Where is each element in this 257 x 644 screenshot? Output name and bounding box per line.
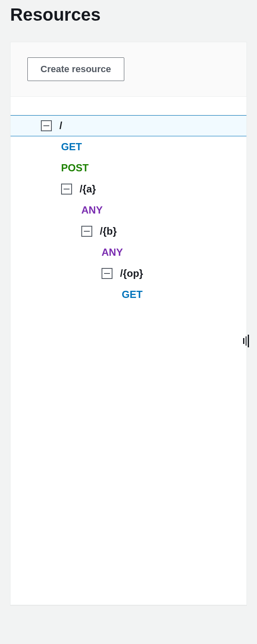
tree-method-post-root[interactable]: POST (11, 157, 246, 179)
tree-method-any-a[interactable]: ANY (11, 200, 246, 221)
resource-path-label: /{b} (100, 221, 117, 242)
tree-method-any-b[interactable]: ANY (11, 242, 246, 263)
resource-tree: / GET POST /{a} ANY /{b} (11, 115, 246, 605)
collapse-icon[interactable] (41, 120, 52, 131)
resize-handle-icon[interactable] (243, 335, 249, 347)
resource-path-label: /{a} (80, 179, 96, 200)
method-label: GET (61, 136, 82, 157)
collapse-icon[interactable] (81, 226, 92, 237)
resource-path-label: /{op} (120, 263, 143, 284)
collapse-icon[interactable] (61, 184, 72, 195)
panel-header: Create resource (11, 42, 246, 97)
panel-spacer (11, 97, 246, 115)
tree-method-get-root[interactable]: GET (11, 136, 246, 157)
method-label: POST (61, 157, 88, 179)
method-label: ANY (102, 242, 123, 263)
resource-path-label: / (59, 115, 62, 136)
tree-node-op[interactable]: /{op} (11, 263, 246, 284)
tree-node-a[interactable]: /{a} (11, 179, 246, 200)
method-label: GET (122, 284, 142, 305)
tree-node-root[interactable]: / (11, 115, 246, 136)
page-title: Resources (10, 0, 247, 42)
create-resource-button[interactable]: Create resource (27, 57, 124, 81)
tree-method-get-op[interactable]: GET (11, 284, 246, 305)
collapse-icon[interactable] (102, 268, 112, 279)
resources-panel: Create resource / GET POST /{a} (10, 42, 247, 605)
tree-node-b[interactable]: /{b} (11, 221, 246, 242)
method-label: ANY (81, 200, 103, 221)
